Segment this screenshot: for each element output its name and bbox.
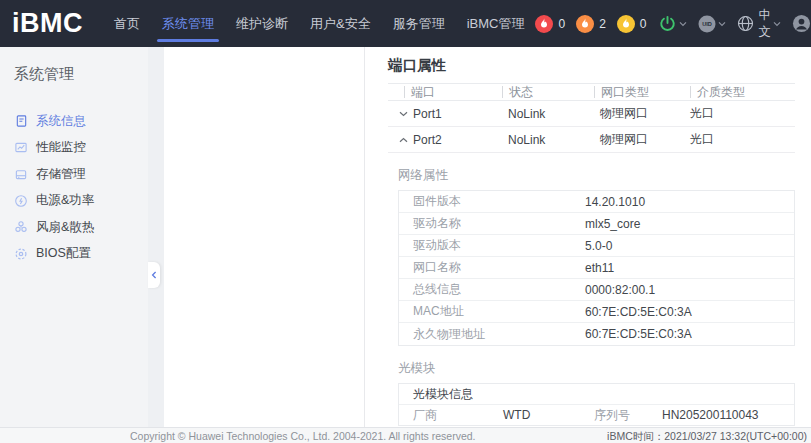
property-label: 驱动版本	[399, 237, 585, 254]
expand-chevron-down-icon[interactable]	[399, 111, 408, 117]
property-label: 固件版本	[399, 193, 585, 210]
port-type: 物理网口	[592, 105, 682, 122]
ibmc-time: iBMC时间：2021/03/27 13:32(UTC+00:00)	[607, 430, 807, 443]
property-label: MAC地址	[399, 303, 585, 320]
table-row-port2[interactable]: Port2 NoLink 物理网口 光口	[388, 127, 795, 153]
table-row: 驱动名称 mlx5_core	[399, 213, 794, 235]
chevron-down-icon	[773, 21, 781, 27]
port2-detail-panel: 网络属性 固件版本 14.20.1010 驱动名称 mlx5_core 驱动版本…	[388, 167, 795, 426]
avatar-icon	[792, 14, 811, 33]
port-status: NoLink	[500, 107, 592, 121]
property-value: 60:7E:CD:5E:C0:3A	[585, 305, 692, 319]
sidebar-item-label: 电源&功率	[36, 192, 94, 209]
column-header-media-type: 介质类型	[690, 86, 745, 98]
ibmc-logo: iBMC	[12, 0, 83, 47]
property-value: 5.0-0	[585, 239, 612, 253]
sidebar-item-performance-monitor[interactable]: 性能监控	[0, 135, 148, 162]
nav-ibmc-management[interactable]: iBMC管理	[456, 0, 536, 47]
port-type: 物理网口	[592, 131, 682, 148]
ports-table-header: 端口 状态 网口类型 介质类型	[388, 83, 795, 101]
language-selector[interactable]: 中文	[737, 7, 782, 41]
network-properties-table: 固件版本 14.20.1010 驱动名称 mlx5_core 驱动版本 5.0-…	[398, 190, 795, 346]
sidebar-item-label: 风扇&散热	[36, 219, 94, 236]
sidebar-item-label: 系统信息	[36, 113, 86, 130]
power-icon	[658, 14, 677, 33]
power-bolt-icon	[14, 194, 28, 208]
property-value: eth11	[585, 261, 614, 275]
property-label: 网口名称	[399, 259, 585, 276]
power-control-menu[interactable]	[658, 14, 687, 33]
table-row: 驱动版本 5.0-0	[399, 235, 794, 257]
chevron-left-icon	[151, 271, 157, 279]
secondary-panel	[164, 47, 365, 427]
optical-module-table: 光模块信息 厂商 WTD 序列号 HN205200110043	[398, 383, 795, 426]
sidebar-item-power[interactable]: 电源&功率	[0, 188, 148, 215]
optical-module-info-header: 光模块信息	[399, 384, 794, 405]
property-label: 驱动名称	[399, 215, 585, 232]
table-row: 总线信息 0000:82:00.1	[399, 279, 794, 301]
user-account-menu[interactable]	[792, 14, 811, 33]
chevron-down-icon	[679, 21, 687, 27]
sidebar-item-system-info[interactable]: 系统信息	[0, 108, 148, 135]
alarm-critical-count: 0	[558, 17, 565, 31]
property-value: 60:7E:CD:5E:C0:3A	[585, 327, 692, 341]
svg-text:UID: UID	[702, 21, 712, 27]
nav-user-security[interactable]: 用户&安全	[299, 0, 382, 47]
nav-system-management[interactable]: 系统管理	[151, 0, 225, 47]
alarm-critical-flame-icon	[535, 15, 553, 33]
optical-module-title: 光模块	[398, 360, 795, 377]
ports-table: 端口 状态 网口类型 介质类型 Port1 NoLink 物理网口 光口 Por…	[388, 83, 795, 153]
alarm-minor-flame-icon	[617, 15, 635, 33]
property-value: 14.20.1010	[585, 195, 645, 209]
port-status: NoLink	[500, 133, 592, 147]
main-content: 端口属性 端口 状态 网口类型 介质类型 Port1 NoLink 物理网口 光…	[365, 47, 811, 427]
property-label: 永久物理地址	[399, 326, 585, 343]
port-media-type: 光口	[682, 105, 795, 122]
sidebar-item-storage-management[interactable]: 存储管理	[0, 161, 148, 188]
topbar-status-area: 0 2 0 UID	[535, 0, 811, 47]
copyright-text: Copyright © Huawei Technologies Co., Ltd…	[130, 430, 476, 442]
property-value: 0000:82:00.1	[585, 283, 655, 297]
sidebar-menu: 系统信息 性能监控 存储管理 电源&功率 风扇&散热	[0, 108, 148, 267]
network-properties-title: 网络属性	[398, 167, 795, 184]
port-name: Port2	[413, 133, 442, 147]
table-row: 永久物理地址 60:7E:CD:5E:C0:3A	[399, 323, 794, 345]
storage-icon	[14, 168, 28, 181]
chevron-down-icon	[718, 21, 726, 27]
document-icon	[14, 114, 28, 128]
sidebar-title: 系统管理	[0, 47, 148, 84]
gear-icon	[14, 247, 28, 261]
property-label: 序列号	[594, 407, 662, 424]
main-nav: 首页 系统管理 维护诊断 用户&安全 服务管理 iBMC管理	[103, 0, 535, 47]
column-header-port-type: 网口类型	[594, 86, 649, 98]
property-value: mlx5_core	[585, 217, 640, 231]
nav-maintenance-diagnosis[interactable]: 维护诊断	[225, 0, 299, 47]
collapse-chevron-up-icon[interactable]	[399, 137, 408, 143]
topbar: iBMC 首页 系统管理 维护诊断 用户&安全 服务管理 iBMC管理 0 2 …	[0, 0, 811, 47]
nav-home[interactable]: 首页	[103, 0, 151, 47]
language-label: 中文	[759, 7, 772, 41]
property-label: 厂商	[399, 407, 503, 424]
sidebar-item-bios-config[interactable]: BIOS配置	[0, 241, 148, 268]
sidebar-item-label: 存储管理	[36, 166, 86, 183]
alarm-minor[interactable]: 0	[617, 15, 647, 33]
table-row-port1[interactable]: Port1 NoLink 物理网口 光口	[388, 101, 795, 127]
uid-indicator-menu[interactable]: UID	[698, 15, 726, 33]
nav-service-management[interactable]: 服务管理	[382, 0, 456, 47]
page-title: 端口属性	[388, 56, 795, 75]
port-name: Port1	[413, 107, 442, 121]
property-label: 总线信息	[399, 281, 585, 298]
property-value: WTD	[503, 408, 594, 422]
alarm-minor-count: 0	[640, 17, 647, 31]
sidebar-item-label: 性能监控	[36, 139, 86, 156]
sidebar-collapse-toggle[interactable]	[148, 262, 160, 288]
alarm-critical[interactable]: 0	[535, 15, 565, 33]
table-row: 厂商 WTD 序列号 HN205200110043	[399, 405, 794, 425]
port-media-type: 光口	[682, 131, 795, 148]
table-row: 固件版本 14.20.1010	[399, 191, 794, 213]
table-row: MAC地址 60:7E:CD:5E:C0:3A	[399, 301, 794, 323]
alarm-major[interactable]: 2	[576, 15, 606, 33]
sidebar-item-fan-cooling[interactable]: 风扇&散热	[0, 214, 148, 241]
column-header-status: 状态	[502, 86, 533, 98]
column-header-port: 端口	[404, 86, 435, 98]
